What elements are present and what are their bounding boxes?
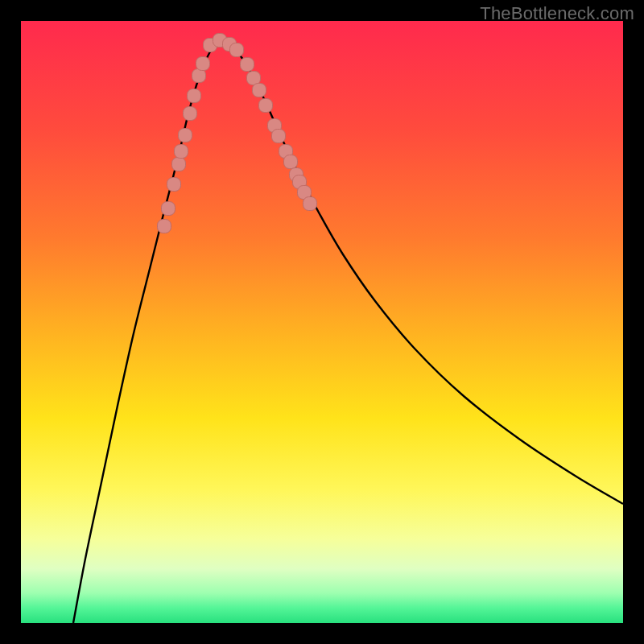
data-marker [179, 129, 192, 142]
data-marker [188, 89, 201, 103]
data-marker [259, 99, 273, 113]
data-marker [158, 220, 171, 233]
data-marker [167, 178, 181, 192]
data-marker [241, 58, 254, 72]
data-marker [196, 57, 210, 71]
data-marker [253, 84, 266, 97]
data-marker [192, 69, 206, 83]
data-marker [184, 107, 197, 121]
data-marker [247, 72, 261, 85]
plot-area [21, 21, 623, 623]
data-marker [284, 155, 298, 169]
data-marker [175, 145, 188, 159]
data-marker [272, 130, 286, 143]
data-marker [303, 197, 317, 211]
data-marker [172, 158, 186, 171]
data-marker [230, 43, 244, 57]
curve-right [218, 39, 623, 504]
curve-layer [21, 21, 623, 623]
data-marker [162, 202, 175, 216]
curve-left [73, 39, 218, 623]
marker-group [158, 34, 317, 233]
